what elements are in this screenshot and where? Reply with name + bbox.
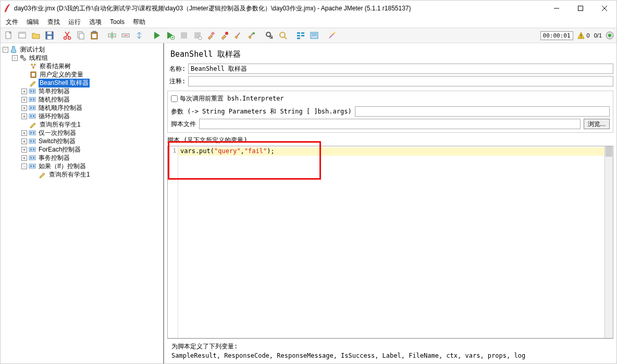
tree-item[interactable]: +简单控制器: [1, 87, 163, 95]
warning-icon: [577, 32, 585, 39]
svg-rect-81: [29, 139, 35, 143]
tree-item[interactable]: +循环控制器: [1, 112, 163, 120]
svg-point-13: [64, 37, 67, 40]
new-icon[interactable]: [3, 29, 15, 42]
window-title: day03作业.jmx (D:\我的工作\自动化测试学习\课程视频\day03（…: [14, 4, 545, 13]
tree-item-label: ForEach控制器: [38, 145, 82, 154]
svg-rect-85: [30, 148, 32, 150]
expand-toggle-icon[interactable]: +: [21, 155, 27, 161]
svg-rect-86: [33, 148, 34, 150]
menubar: 文件 编辑 查找 运行 选项 Tools 帮助: [1, 16, 616, 28]
run-icon[interactable]: [151, 29, 163, 42]
svg-line-12: [66, 32, 69, 37]
file-input[interactable]: [199, 119, 581, 129]
minimize-button[interactable]: [545, 1, 569, 16]
ctrl-icon: [28, 104, 36, 111]
collapse-toggle-icon[interactable]: -: [12, 55, 18, 61]
menu-tools[interactable]: Tools: [107, 17, 128, 27]
tree-item[interactable]: -线程组: [1, 54, 163, 62]
cut-icon[interactable]: [61, 29, 73, 42]
search-reset-icon[interactable]: [277, 29, 289, 42]
function-helper-icon[interactable]: [294, 29, 307, 42]
scrollbar[interactable]: [604, 146, 613, 338]
broom2-icon[interactable]: [245, 29, 258, 42]
menu-run[interactable]: 运行: [65, 17, 84, 28]
expand-toggle-icon[interactable]: +: [21, 89, 27, 94]
expand-toggle-icon[interactable]: +: [21, 139, 27, 144]
svg-marker-25: [154, 32, 160, 39]
search-icon[interactable]: [263, 29, 276, 42]
menu-file[interactable]: 文件: [3, 17, 21, 28]
clear-icon[interactable]: [205, 29, 217, 42]
tree-item[interactable]: 查询所有学生1: [1, 120, 163, 129]
tree-item[interactable]: 查询所有学生1: [1, 170, 163, 179]
pencil-icon: [29, 121, 38, 128]
help-icon[interactable]: [308, 29, 320, 42]
toggle-icon[interactable]: [133, 29, 145, 42]
menu-search[interactable]: 查找: [44, 17, 63, 28]
close-button[interactable]: [593, 1, 616, 16]
test-plan-tree[interactable]: -测试计划-线程组察看结果树用户定义的变量BeanShell 取样器+简单控制器…: [1, 43, 164, 363]
panel-title: BeanShell 取样器: [170, 49, 613, 59]
svg-rect-1: [578, 6, 583, 11]
svg-rect-80: [33, 132, 34, 134]
menu-help[interactable]: 帮助: [130, 17, 149, 28]
toggle-spacer: [21, 64, 28, 69]
paste-icon[interactable]: [88, 29, 101, 42]
expand-toggle-icon[interactable]: +: [21, 114, 27, 119]
tree-item[interactable]: 用户定义的变量: [1, 70, 163, 79]
open-icon[interactable]: [30, 29, 42, 42]
tree-item[interactable]: +仅一次控制器: [1, 129, 163, 137]
svg-rect-76: [30, 115, 32, 117]
expand-toggle-icon[interactable]: +: [21, 147, 27, 153]
maximize-button[interactable]: [569, 1, 593, 16]
window-controls: [545, 1, 616, 16]
svg-rect-87: [29, 156, 35, 160]
shutdown-icon[interactable]: [191, 29, 204, 42]
copy-icon[interactable]: [75, 29, 87, 42]
templates-icon[interactable]: [16, 29, 29, 42]
browse-button[interactable]: 浏览...: [584, 119, 610, 129]
tree-item[interactable]: +随机顺序控制器: [1, 104, 163, 112]
wand-icon[interactable]: [326, 29, 338, 42]
broom1-icon[interactable]: [232, 29, 244, 42]
comment-input[interactable]: [188, 76, 613, 86]
menu-options[interactable]: 选项: [86, 17, 105, 28]
titlebar: day03作业.jmx (D:\我的工作\自动化测试学习\课程视频\day03（…: [1, 1, 616, 16]
tree-item[interactable]: +Switch控制器: [1, 137, 163, 145]
tree-item[interactable]: 察看结果树: [1, 62, 163, 70]
flask-icon: [9, 46, 18, 53]
reset-checkbox[interactable]: [171, 95, 178, 102]
tree-item[interactable]: +事务控制器: [1, 154, 163, 162]
name-input[interactable]: [188, 64, 613, 74]
tree-item[interactable]: -测试计划: [1, 45, 163, 54]
save-icon[interactable]: [43, 29, 56, 42]
tree-item[interactable]: +随机控制器: [1, 95, 163, 104]
expand-icon[interactable]: [106, 29, 118, 42]
expand-toggle-icon[interactable]: +: [21, 97, 27, 103]
config-box: 每次调用前重置 bsh.Interpreter 参数 (-> String Pa…: [167, 91, 613, 133]
tree-item[interactable]: -如果（If）控制器: [1, 162, 163, 170]
code-text[interactable]: vars.put("query","fail");: [178, 146, 604, 338]
stop-icon[interactable]: [178, 29, 190, 42]
tree-item[interactable]: +ForEach控制器: [1, 145, 163, 154]
expand-toggle-icon[interactable]: +: [21, 130, 27, 136]
clear-all-icon[interactable]: [218, 29, 231, 42]
collapse-toggle-icon[interactable]: -: [3, 47, 8, 53]
collapse-icon[interactable]: [119, 29, 132, 42]
svg-point-58: [23, 58, 26, 61]
params-input[interactable]: [355, 106, 610, 117]
code-editor[interactable]: 1 vars.put("query","fail");: [168, 146, 613, 338]
tree-item-label: 查询所有学生1: [39, 120, 82, 129]
tree-item-label: 用户定义的变量: [39, 70, 84, 79]
run-no-pause-icon[interactable]: [164, 29, 177, 42]
tree-item[interactable]: BeanShell 取样器: [1, 79, 163, 87]
svg-rect-69: [29, 97, 35, 102]
collapse-toggle-icon[interactable]: -: [21, 164, 27, 169]
ctrl-icon: [28, 146, 36, 153]
expand-toggle-icon[interactable]: +: [21, 105, 27, 111]
toggle-spacer: [21, 80, 28, 86]
menu-edit[interactable]: 编辑: [23, 17, 42, 28]
svg-rect-9: [47, 32, 52, 34]
app-icon: [4, 4, 11, 13]
